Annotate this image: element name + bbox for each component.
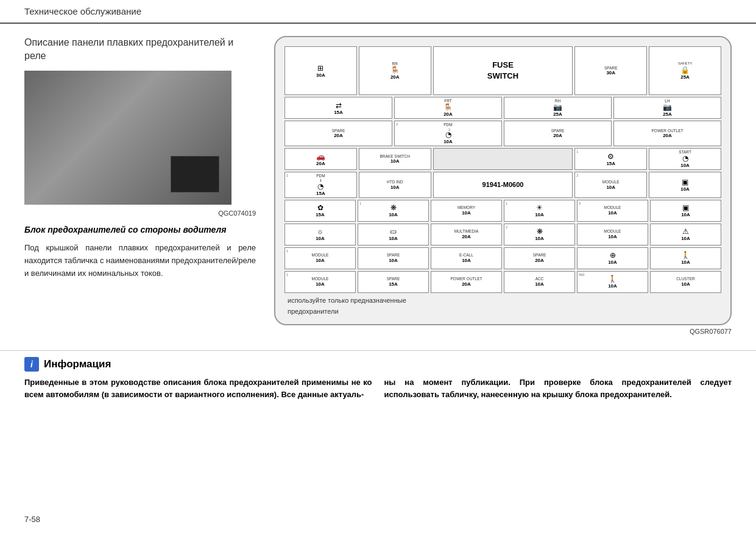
part-number-cell: 91941-M0600 bbox=[433, 172, 573, 197]
info-col-2: ны на момент публикации. При проверке бл… bbox=[384, 376, 732, 402]
info-title: Информация bbox=[44, 358, 111, 370]
fuse-amp: 10A bbox=[316, 258, 325, 263]
fuse-amp: 10A bbox=[535, 236, 544, 241]
ecu2-icon: ▣ bbox=[682, 203, 689, 212]
left-column: Описание панели плавких предохранителей … bbox=[24, 36, 256, 335]
safety-icon: 🔒 bbox=[680, 66, 690, 74]
fuse-cell-9-1: 1 MODULE 10A bbox=[284, 271, 356, 293]
main-content: Описание панели плавких предохранителей … bbox=[0, 24, 756, 347]
image-code-1: QGC074019 bbox=[24, 210, 256, 217]
info-section: i Информация Приведенные в этом руководс… bbox=[0, 350, 756, 408]
person2-icon: 🚶 bbox=[608, 275, 617, 283]
fuse-cell-8-3: E-CALL 10A bbox=[431, 247, 502, 269]
fuse-cell-2-1: ⇄ 15A bbox=[284, 97, 392, 119]
fuse-amp: 10A bbox=[316, 281, 325, 287]
sun2-icon: ☼ bbox=[317, 227, 323, 236]
sos-icon: ⊕ bbox=[610, 251, 616, 259]
fuse-amp: 10A bbox=[681, 212, 690, 217]
fuse-amp: 20A bbox=[535, 258, 544, 263]
fuse-sup: 1 bbox=[359, 202, 361, 205]
fuse-amp: 15A bbox=[316, 212, 325, 217]
fuse-cell-4-6: START ◔ 10A bbox=[649, 148, 721, 170]
fuse-cell-1-5: SAFETY 🔒 25A bbox=[649, 46, 721, 95]
fuse-label-spare2: SPARE bbox=[533, 253, 546, 257]
fuse-cell-7-1: ☼ 10A bbox=[284, 224, 356, 245]
fuse-amp: 20A bbox=[390, 74, 400, 80]
info-icon-letter: i bbox=[30, 359, 33, 369]
right-column: ⊞ 30A RR 🪑 20A FUSE SWITCH SPARE 30A S bbox=[274, 36, 732, 335]
fuse-label: RR bbox=[392, 62, 398, 66]
fuse-cell-7-3: MULTIMEDIA 20A bbox=[431, 224, 502, 245]
fuse-cell-8-1: 1 MODULE 10A bbox=[284, 247, 356, 269]
fuse-cell-8-6: 🚶 10A bbox=[650, 247, 721, 269]
fuse-row-8: 1 MODULE 10A SPARE 10A E-CALL 10A SPARE … bbox=[284, 247, 721, 269]
fuse-amp: 15A bbox=[334, 110, 343, 115]
fuse-amp: 25A bbox=[680, 74, 690, 80]
fuse-sup2: 2 bbox=[448, 128, 450, 132]
fan2-icon: ❋ bbox=[537, 227, 543, 236]
fuse-amp: 10A bbox=[535, 281, 544, 287]
fuse-amp: 10A bbox=[462, 210, 471, 216]
fuse-amp: 10A bbox=[606, 185, 615, 190]
fuse-amp: 10A bbox=[462, 258, 471, 263]
fuse-label-module: MODULE bbox=[604, 229, 621, 233]
fuse-amp: 10A bbox=[389, 258, 398, 263]
part-number: 91941-M0600 bbox=[482, 181, 524, 188]
steering-icon: ⇄ bbox=[336, 101, 342, 110]
fuse-cell-1-1: ⊞ 30A bbox=[284, 46, 357, 95]
fuse-label-start: START bbox=[679, 150, 691, 154]
fuse-label-memory: MEMORY bbox=[457, 205, 475, 210]
fuse-row-3: SPARE 20A 2 PDM 2 ◔ 10A SPARE 20A POWER … bbox=[284, 121, 721, 146]
fuse-amp: 20A bbox=[462, 234, 471, 239]
fuse-cell-6-5: 3 MODULE 10A bbox=[577, 200, 648, 222]
fuse-label-power-outlet: POWER OUTLET bbox=[651, 129, 683, 133]
ecu-icon: ▣ bbox=[682, 178, 688, 186]
block-subtitle: Блок предохранителей со стороны водителя bbox=[24, 224, 256, 236]
fuse-label-safety: SAFETY bbox=[678, 62, 692, 66]
fuse-amp: 15A bbox=[316, 191, 325, 196]
fuse-cell-6-2: 1 ❋ 10A bbox=[358, 200, 429, 222]
fuse-cell-9-2: SPARE 15A bbox=[358, 271, 429, 293]
fuse-cell-7-5: MODULE 10A bbox=[577, 224, 648, 245]
fuse-amp: 10A bbox=[680, 186, 690, 192]
fuse-cell-5-5: 2 MODULE 10A bbox=[574, 172, 647, 197]
fuse-sup: 2 bbox=[506, 225, 507, 229]
fuse-amp: 15A bbox=[389, 281, 398, 287]
fuse-amp: 10A bbox=[681, 281, 690, 287]
fuse-amp: 10A bbox=[390, 185, 400, 190]
page-number: 7-58 bbox=[24, 515, 40, 524]
fuse-cell-3-2: 2 PDM 2 ◔ 10A bbox=[394, 121, 502, 146]
fuse-cell-4-1: 🚗 20A bbox=[284, 148, 357, 170]
fuse-label: SPARE bbox=[604, 66, 618, 70]
fuse-amp: 20A bbox=[316, 161, 325, 166]
fuse-amp: 10A bbox=[389, 212, 398, 217]
fuse-amp: 20A bbox=[663, 133, 672, 138]
fuse-label: SPARE bbox=[551, 129, 565, 133]
fuse-amp: 25A bbox=[663, 111, 672, 117]
start-icon: ◔ bbox=[682, 154, 688, 163]
fuse-amp: 20A bbox=[443, 111, 453, 117]
fuse-cell-7-4: 2 ❋ 10A bbox=[504, 224, 575, 245]
fuse-row-6: ✿ 15A 1 ❋ 10A MEMORY 10A 1 ☀ 10A bbox=[284, 200, 721, 222]
fan-icon: ❋ bbox=[390, 203, 397, 212]
info-text-block: Приведенные в этом руководстве описания … bbox=[24, 376, 732, 402]
fuse-amp: 10A bbox=[608, 210, 617, 216]
page-header: Техническое обслуживание bbox=[0, 0, 756, 24]
fuse-cell-5-6: ▣ 10A bbox=[649, 172, 721, 197]
fuse-amp: 10A bbox=[389, 236, 398, 241]
camera2-icon: 📷 bbox=[663, 103, 672, 111]
block-description: Под крышкой панели плавких предохранител… bbox=[24, 242, 256, 280]
fuse-switch-cell: FUSE SWITCH bbox=[433, 46, 573, 95]
fuse-cell-6-3: MEMORY 10A bbox=[431, 200, 502, 222]
fuse-cell-8-2: SPARE 10A bbox=[358, 247, 429, 269]
relay-icon: ◔ bbox=[445, 130, 451, 139]
fuse-label-multimedia: MULTIMEDIA bbox=[454, 229, 479, 233]
fuse-label-power2: POWER OUTLET bbox=[450, 277, 482, 281]
fuse-label-module: MODULE bbox=[604, 205, 621, 210]
fuse-amp: 10A bbox=[681, 236, 690, 241]
fuse-label-module: MODULE bbox=[312, 277, 329, 281]
fuse-row-1: ⊞ 30A RR 🪑 20A FUSE SWITCH SPARE 30A S bbox=[284, 46, 721, 95]
fuse-amp: 10A bbox=[608, 234, 617, 239]
info-header: i Информация bbox=[24, 357, 732, 372]
fuse-cell-3-1: SPARE 20A bbox=[284, 121, 392, 146]
